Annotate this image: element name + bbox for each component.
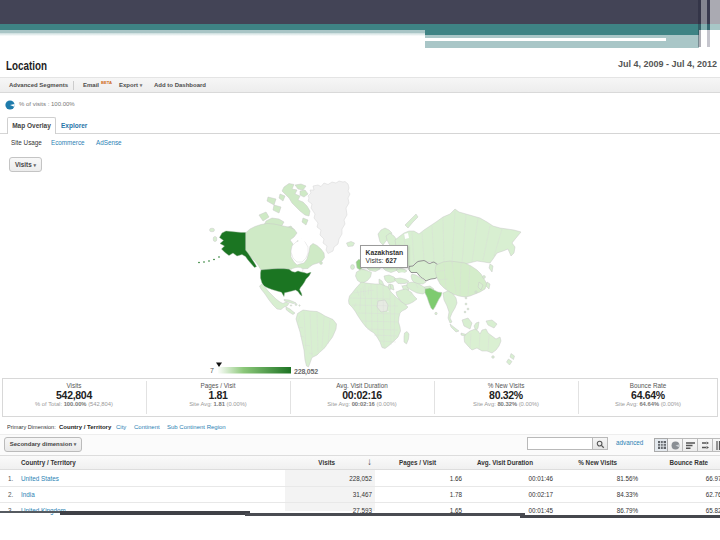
svg-text:228,052: 228,052 xyxy=(294,368,318,376)
svg-text:7: 7 xyxy=(210,367,214,374)
